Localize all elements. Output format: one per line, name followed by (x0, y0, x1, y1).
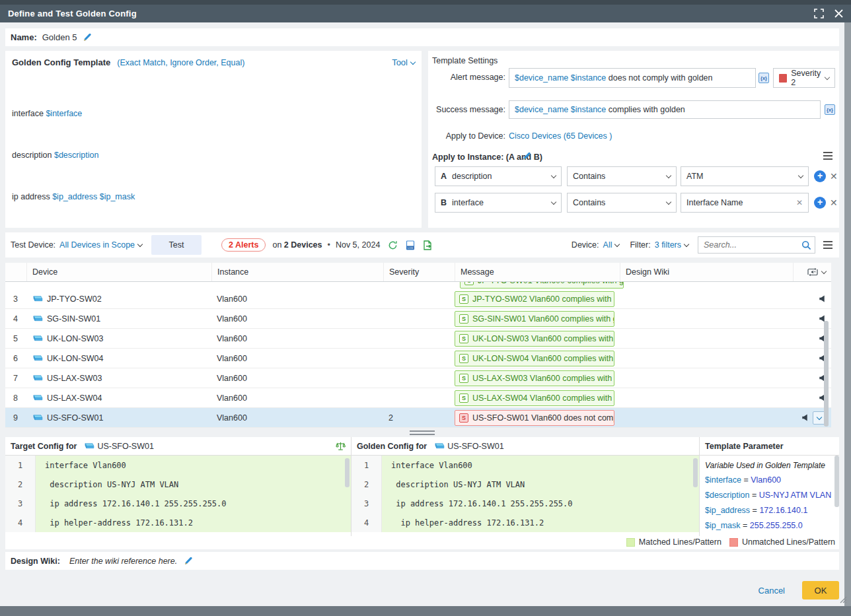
search-icon[interactable] (801, 240, 811, 250)
success-message-input[interactable]: $device_name $instance complies with gol… (509, 100, 821, 119)
fullscreen-icon[interactable] (814, 9, 824, 18)
severity-select[interactable]: Severity 2 (773, 68, 835, 88)
template-panel-title: Golden Config Template (12, 57, 110, 67)
test-date: Nov 5, 2024 (336, 240, 380, 250)
unmatched-legend-swatch (729, 538, 738, 547)
matched-legend-swatch (626, 538, 635, 547)
remove-condition-icon[interactable]: ✕ (830, 172, 838, 181)
ok-button[interactable]: OK (802, 581, 839, 599)
edit-name-pencil-icon[interactable] (83, 33, 92, 42)
device-filter-select[interactable]: All (603, 240, 612, 250)
table-menu-icon[interactable] (823, 239, 832, 251)
speaker-icon[interactable] (801, 413, 809, 422)
instance-b-operator-select[interactable]: Contains (567, 193, 677, 213)
compliance-message[interactable]: SJP-TYO-SW02 Vlan600 complies with gol..… (455, 291, 614, 307)
diff-legend: Matched Lines/Pattern Unmatched Lines/Pa… (5, 537, 835, 547)
matched-legend-label: Matched Lines/Pattern (639, 537, 722, 547)
export-icon[interactable] (423, 240, 432, 250)
match-mode-link[interactable]: (Exact Match, Ignore Order, Equal) (117, 58, 244, 67)
compliance-message[interactable]: SUK-LON-SW03 Vlan600 complies with g... (455, 331, 614, 347)
instance-b-field-select[interactable]: B interface (435, 193, 562, 213)
instance-b-value-input[interactable]: Interface Name ✕ (681, 193, 809, 213)
scrollbar-thumb[interactable] (834, 456, 839, 507)
instance-a-operator-select[interactable]: Contains (567, 166, 677, 186)
clipped-table-row[interactable]: SJP-TYO-SW01 Vlan600 complies with gol..… (5, 282, 831, 289)
template-parameter-panel: Template Parameter Variable Used in Gold… (699, 437, 839, 536)
alert-message-label: Alert message: (429, 73, 505, 82)
device-icon (32, 295, 43, 302)
table-row[interactable]: 3 JP-TYO-SW02 Vlan600 SJP-TYO-SW02 Vlan6… (5, 289, 831, 309)
tool-menu[interactable]: Tool (392, 57, 415, 67)
scrollbar-thumb[interactable] (345, 458, 350, 487)
device-icon (32, 335, 43, 342)
alerts-badge[interactable]: 2 Alerts (221, 238, 266, 252)
test-results-table: Device Instance Severity Message Design … (5, 263, 831, 428)
compliance-message[interactable]: SUS-LAX-SW03 Vlan600 complies with go... (455, 370, 614, 386)
design-wiki-bar: Design Wiki: Enter the wiki reference he… (5, 552, 839, 570)
scrollbar-thumb[interactable] (693, 458, 698, 487)
header-design-wiki[interactable]: Design Wiki (620, 263, 793, 281)
success-message-label: Success message: (429, 105, 505, 114)
device-icon (32, 355, 43, 362)
instance-a-value-select[interactable]: ATM (681, 166, 809, 186)
mute-alerts-icon[interactable] (806, 267, 819, 277)
dialog-titlebar: Define and Test Golden Config (0, 5, 851, 22)
compliance-message[interactable]: SSG-SIN-SW01 Vlan600 complies with gol..… (455, 311, 614, 327)
table-row[interactable]: 7 US-LAX-SW03 Vlan600 SUS-LAX-SW03 Vlan6… (5, 368, 831, 388)
table-scrollbar-thumb[interactable] (824, 321, 829, 427)
settings-title: Template Settings (432, 56, 498, 65)
success-status-icon: S (459, 394, 468, 403)
insert-variable-icon[interactable]: {x} (758, 73, 769, 83)
compliance-message[interactable]: SUK-LON-SW04 Vlan600 complies with g... (455, 351, 614, 366)
chevron-down-icon (410, 59, 416, 65)
table-row[interactable]: 8 US-LAX-SW04 Vlan600 SUS-LAX-SW04 Vlan6… (5, 388, 831, 408)
template-parameter-title: Template Parameter (700, 437, 839, 456)
header-device[interactable]: Device (26, 263, 211, 281)
device-icon (32, 414, 43, 421)
refresh-icon[interactable] (388, 240, 398, 250)
chevron-down-icon (551, 199, 556, 205)
header-message[interactable]: Message (455, 263, 620, 281)
close-icon[interactable] (834, 9, 843, 18)
table-row[interactable]: 5 UK-LON-SW03 Vlan600 SUK-LON-SW03 Vlan6… (5, 329, 831, 349)
target-config-title: Target Config for (11, 442, 77, 451)
table-row[interactable]: 4 SG-SIN-SW01 Vlan600 SSG-SIN-SW01 Vlan6… (5, 309, 831, 329)
compliance-message[interactable]: SUS-SFO-SW01 Vlan600 does not comply... (455, 410, 614, 426)
log-file-icon[interactable]: LOG (406, 240, 415, 250)
golden-template-panel: Golden Config Template (Exact Match, Ign… (5, 51, 422, 228)
cancel-button[interactable]: Cancel (758, 586, 785, 596)
add-condition-icon[interactable]: + (814, 170, 826, 182)
add-condition-icon[interactable]: + (814, 197, 826, 209)
insert-variable-icon[interactable]: {x} (825, 104, 835, 115)
table-row-selected[interactable]: 9 US-SFO-SW01 Vlan600 2 SUS-SFO-SW01 Vla… (5, 408, 831, 428)
filters-select[interactable]: 3 filters (655, 240, 681, 250)
speaker-icon[interactable] (818, 294, 826, 303)
clear-icon[interactable]: ✕ (796, 198, 803, 207)
compare-icon[interactable] (336, 441, 346, 452)
test-button[interactable]: Test (151, 235, 202, 255)
alerts-on-text: on 2 Devices (272, 240, 322, 250)
search-input[interactable] (698, 236, 815, 254)
header-severity[interactable]: Severity (383, 263, 455, 281)
remove-condition-icon[interactable]: ✕ (830, 198, 838, 207)
apply-device-link[interactable]: Cisco Devices (65 Devices ) (509, 131, 612, 141)
severity-color-swatch (779, 74, 787, 83)
test-device-scope-select[interactable]: All Devices in Scope (59, 240, 135, 250)
header-instance[interactable]: Instance (211, 263, 383, 281)
alert-message-input[interactable]: $device_name $instance does not comply w… (509, 68, 756, 88)
golden-config-code[interactable]: 1interface Vlan600 2 description US-NYJ … (352, 456, 699, 536)
chevron-down-icon[interactable] (821, 268, 827, 273)
edit-wiki-pencil-icon[interactable] (184, 557, 193, 566)
resize-handle[interactable] (838, 594, 847, 603)
instance-a-field-select[interactable]: A description (435, 166, 562, 186)
test-bar: Test Device: All Devices in Scope Test 2… (5, 232, 839, 257)
compliance-message[interactable]: SUS-LAX-SW04 Vlan600 complies with go... (455, 390, 614, 406)
table-row[interactable]: 6 UK-LON-SW04 Vlan600 SUK-LON-SW04 Vlan6… (5, 349, 831, 368)
page-scrollbar-track[interactable] (844, 22, 851, 606)
splitter-handle[interactable] (5, 428, 839, 437)
edit-instance-pencil-icon[interactable] (522, 152, 531, 161)
chevron-down-icon (137, 242, 143, 247)
instance-menu-icon[interactable] (823, 150, 832, 162)
config-diff-area: Target Config for US-SFO-SW01 1interface… (5, 437, 839, 549)
target-config-code[interactable]: 1interface Vlan600 2 description US-NYJ … (5, 456, 351, 536)
